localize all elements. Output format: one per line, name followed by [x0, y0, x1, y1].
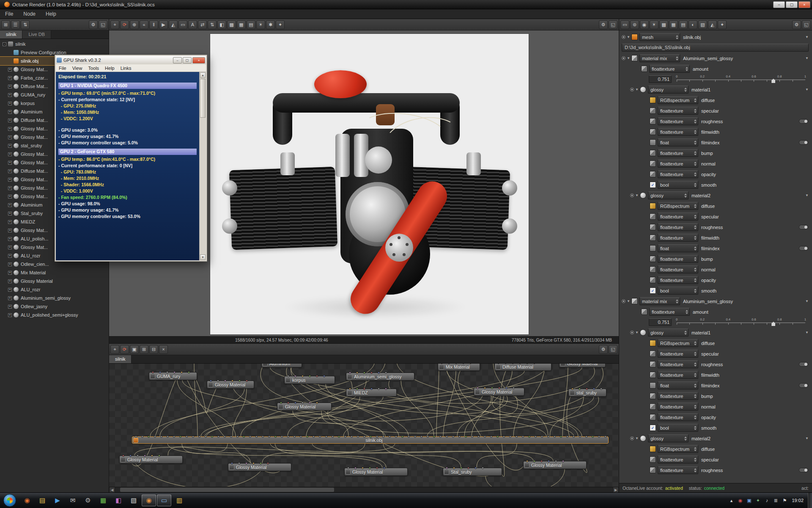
minimize-button[interactable]: – [173, 57, 182, 64]
node-pin[interactable] [369, 467, 371, 469]
inspector-param-filmwidth[interactable]: floattexturefilmwidth [619, 232, 812, 243]
node-pin[interactable] [446, 467, 448, 469]
type-dropdown[interactable]: floattexture [658, 234, 698, 242]
toggle-switch[interactable] [799, 225, 808, 229]
spinner-icon[interactable] [694, 415, 697, 420]
type-dropdown[interactable]: floattexture [658, 413, 698, 421]
spinner-icon[interactable] [694, 119, 697, 124]
spinner-icon[interactable] [676, 35, 678, 39]
sun-icon[interactable]: ☀ [256, 20, 265, 29]
node-pin[interactable] [354, 467, 357, 469]
type-dropdown[interactable]: floattexture [658, 117, 698, 125]
node-pin[interactable] [541, 436, 543, 438]
node-pin[interactable] [211, 436, 213, 438]
spinner-icon[interactable] [676, 299, 678, 304]
material-icon[interactable]: ◐ [689, 20, 697, 29]
graph-node-glossy-material[interactable]: Glossy Material [474, 388, 524, 396]
collapse-icon[interactable]: ▼ [627, 35, 630, 39]
gpushark-taskbar-icon[interactable]: ▭ [157, 494, 171, 506]
collapse-icon[interactable]: ▼ [627, 299, 630, 303]
menu-file[interactable]: File [0, 9, 18, 19]
node-pin[interactable] [158, 455, 160, 457]
spinner-icon[interactable] [694, 352, 697, 356]
node-pin[interactable] [316, 402, 318, 404]
node-pin[interactable] [319, 436, 321, 438]
split-view-icon[interactable]: ◧ [217, 20, 226, 29]
toggle-switch[interactable] [799, 468, 808, 472]
node-pin[interactable] [490, 436, 492, 438]
node-pin[interactable] [513, 387, 515, 389]
inspector-param-roughness[interactable]: floattextureroughness [619, 359, 812, 370]
expander-icon[interactable]: + [8, 254, 12, 258]
node-pin[interactable] [173, 371, 176, 373]
type-dropdown[interactable]: material mix [639, 54, 680, 62]
inspector-group-glossy-material1[interactable]: ▼glossymaterial1▼ [619, 84, 812, 95]
expander-icon[interactable]: + [8, 313, 12, 317]
node-pin[interactable] [362, 467, 364, 469]
spinner-icon[interactable] [694, 341, 697, 345]
node-pin[interactable] [309, 402, 311, 404]
scroll-down-icon[interactable]: ▼ [200, 254, 206, 260]
spinner-icon[interactable] [694, 405, 697, 409]
node-pin[interactable] [306, 436, 308, 438]
action-center-icon[interactable]: ⚑ [781, 496, 788, 505]
node-pin[interactable] [458, 436, 461, 438]
close-button[interactable]: × [192, 57, 205, 64]
graph-node-glossy-material[interactable]: Glossy Material [207, 381, 254, 389]
image-viewer-icon[interactable]: ◧ [111, 494, 126, 506]
explorer-icon[interactable]: ▤ [35, 494, 49, 506]
inspector-param-smooth[interactable]: ✓boolsmooth [619, 179, 812, 190]
clay-mode-icon[interactable]: ◭ [169, 20, 178, 29]
toggle-switch[interactable] [799, 119, 808, 124]
node-pin[interactable] [281, 436, 283, 438]
type-dropdown[interactable]: floattexture [658, 255, 698, 263]
node-pin[interactable] [231, 380, 233, 382]
node-pin[interactable] [593, 388, 595, 390]
node-pin[interactable] [560, 436, 562, 438]
inspector-param-bump[interactable]: floattexturebump [619, 148, 812, 158]
node-pin[interactable] [349, 372, 351, 374]
spinner-icon[interactable] [694, 225, 697, 229]
inspector-param-diffuse[interactable]: RGBspectrumdiffuse [619, 95, 812, 105]
node-pin[interactable] [166, 371, 168, 373]
expander-icon[interactable]: + [8, 85, 12, 88]
node-pin[interactable] [439, 436, 442, 438]
nodes-icon[interactable]: ⊚ [630, 20, 639, 29]
toggle-switch[interactable] [799, 362, 808, 367]
nodegraph-canvas[interactable]: AluminiumGUMA_ruryGlossy MaterialkorpusA… [109, 364, 619, 487]
node-pin[interactable] [414, 436, 416, 438]
node-pin[interactable] [562, 460, 564, 462]
node-pin[interactable] [302, 375, 304, 377]
collapse-icon[interactable]: ▼ [805, 299, 809, 303]
spinner-icon[interactable] [694, 246, 697, 251]
node-pin[interactable] [302, 402, 304, 404]
node-pin[interactable] [509, 436, 511, 438]
node-pin[interactable] [497, 436, 499, 438]
octane-taskbar-icon[interactable]: ◉ [142, 494, 156, 506]
node-pin[interactable] [351, 436, 353, 438]
tab-live-db[interactable]: Live DB [22, 30, 51, 39]
tray-expand-icon[interactable]: ▴ [727, 496, 735, 505]
node-pin[interactable] [186, 436, 188, 438]
expand-panel-icon[interactable]: ◱ [609, 345, 617, 354]
environment-icon[interactable]: ☀ [650, 20, 658, 29]
node-pin[interactable] [252, 462, 255, 464]
film-settings-icon[interactable]: ▤ [679, 20, 688, 29]
node-pin[interactable] [571, 388, 573, 390]
node-pin[interactable] [469, 364, 472, 364]
toggle-switch[interactable] [799, 246, 808, 251]
node-pin[interactable] [585, 436, 587, 438]
inspector-param-diffuse[interactable]: RGBspectrumdiffuse [619, 201, 812, 211]
spinner-icon[interactable] [694, 362, 697, 367]
node-pin[interactable] [547, 436, 549, 438]
imager-icon[interactable]: ▦ [669, 20, 678, 29]
expander-icon[interactable]: + [8, 93, 12, 97]
node-pin[interactable] [522, 436, 524, 438]
mail-icon[interactable]: ✉ [66, 494, 80, 506]
type-dropdown[interactable]: floattexture [658, 160, 698, 168]
slider-track[interactable]: 00.20.40.60.81 [677, 318, 805, 327]
graph-node-glossy-material[interactable]: Glossy Material [559, 364, 606, 367]
tray-app-icon[interactable]: ▣ [745, 496, 753, 505]
node-pin[interactable] [554, 436, 556, 438]
expander-icon[interactable]: + [8, 152, 12, 156]
